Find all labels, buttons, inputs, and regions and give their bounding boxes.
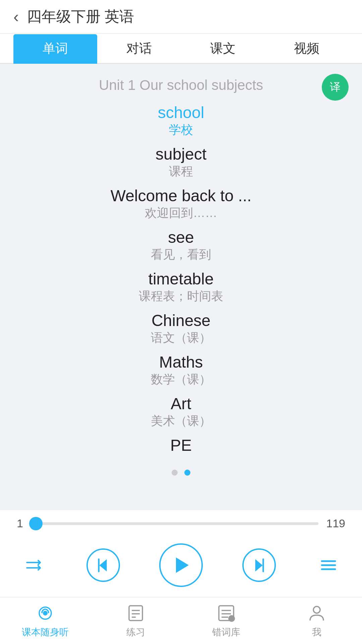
word-entry-art[interactable]: Art 美术（课）: [151, 394, 211, 429]
word-chinese: 数学（课）: [151, 371, 211, 388]
nav-item-me[interactable]: 我: [272, 603, 362, 639]
progress-area: 1 119: [0, 510, 362, 537]
nav-label-listen: 课本随身听: [22, 626, 69, 639]
word-list: school 学校 subject 课程 Welcome back to ...…: [20, 103, 342, 460]
word-entry-school[interactable]: school 学校: [158, 103, 204, 138]
word-english: subject: [156, 145, 206, 163]
unit-title: Unit 1 Our school subjects: [99, 77, 263, 93]
word-entry-subject[interactable]: subject 课程: [156, 145, 206, 180]
word-chinese: 欢迎回到……: [111, 205, 252, 221]
word-english: see: [151, 228, 211, 247]
svg-marker-2: [100, 559, 107, 572]
play-button[interactable]: [159, 543, 203, 587]
word-entry-chinese[interactable]: Chinese 语文（课）: [151, 311, 211, 346]
repeat-button[interactable]: [20, 552, 47, 579]
word-entry-pe[interactable]: PE: [170, 436, 192, 453]
word-chinese: 学校: [158, 122, 204, 138]
word-english: Maths: [151, 353, 211, 371]
word-entry-see[interactable]: see 看见，看到: [151, 228, 211, 263]
word-entry-welcome[interactable]: Welcome back to ... 欢迎回到……: [111, 186, 252, 221]
svg-marker-5: [255, 559, 263, 572]
tab-words[interactable]: 单词: [13, 34, 97, 64]
word-english: PE: [170, 436, 192, 453]
nav-item-listen[interactable]: 课本随身听: [0, 603, 90, 639]
tab-video[interactable]: 视频: [265, 34, 349, 64]
next-button[interactable]: [242, 548, 276, 582]
dot-2: [184, 470, 190, 476]
word-chinese: 美术（课）: [151, 413, 211, 429]
word-english: Chinese: [151, 311, 211, 330]
progress-total: 119: [325, 517, 345, 530]
nav-item-mistakes[interactable]: ! 错词库: [181, 603, 272, 639]
svg-point-11: [43, 611, 48, 615]
main-content: 译 Unit 1 Our school subjects school 学校 s…: [0, 64, 362, 510]
progress-thumb: [29, 517, 43, 530]
word-english: Art: [151, 394, 211, 413]
word-entry-timetable[interactable]: timetable 课程表；时间表: [139, 270, 223, 305]
controls-area: [0, 537, 362, 597]
word-chinese: 课程表；时间表: [139, 288, 223, 305]
previous-button[interactable]: [86, 548, 120, 582]
dot-1: [172, 470, 178, 476]
header-title: 四年级下册 英语: [27, 7, 134, 26]
svg-text:!: !: [231, 616, 232, 621]
header: ‹ 四年级下册 英语: [0, 0, 362, 34]
svg-rect-12: [129, 606, 142, 621]
word-chinese: 语文（课）: [151, 330, 211, 346]
back-button[interactable]: ‹: [13, 7, 19, 26]
word-english: timetable: [139, 270, 223, 288]
word-entry-maths[interactable]: Maths 数学（课）: [151, 353, 211, 388]
word-english: school: [158, 103, 204, 122]
pagination-dots: [172, 470, 190, 476]
word-chinese: 课程: [156, 163, 206, 180]
menu-button[interactable]: [315, 552, 342, 579]
word-english: Welcome back to ...: [111, 186, 252, 205]
tab-text[interactable]: 课文: [181, 34, 265, 64]
nav-item-practice[interactable]: 练习: [90, 603, 181, 639]
nav-label-mistakes: 错词库: [212, 626, 240, 639]
word-chinese: 看见，看到: [151, 247, 211, 263]
bottom-nav: 课本随身听 练习 ! 错词库 我: [0, 597, 362, 644]
svg-marker-4: [176, 557, 189, 573]
nav-label-me: 我: [312, 626, 321, 639]
nav-label-practice: 练习: [126, 626, 145, 639]
progress-track[interactable]: [34, 522, 318, 525]
tab-bar: 单词 对话 课文 视频: [0, 34, 362, 64]
translate-button[interactable]: 译: [322, 74, 349, 101]
svg-point-22: [313, 606, 320, 613]
tab-dialogue[interactable]: 对话: [97, 34, 181, 64]
progress-current: 1: [17, 517, 27, 530]
